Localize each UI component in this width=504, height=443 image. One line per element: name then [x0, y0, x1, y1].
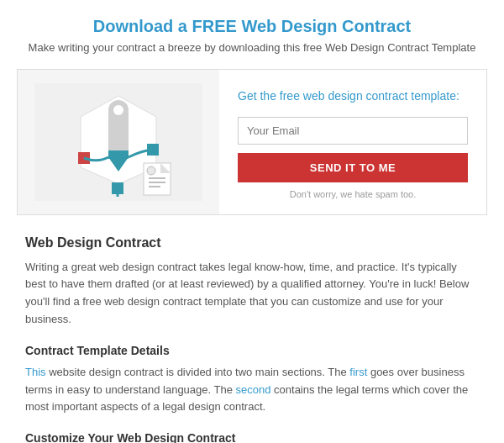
illustration-box [18, 70, 219, 214]
content-section: Web Design Contract Writing a great web … [17, 235, 487, 443]
main-section-title: Web Design Contract [25, 235, 479, 251]
top-section: Get the free web design contract templat… [17, 69, 487, 215]
details-section-title: Contract Template Details [25, 344, 479, 357]
main-section-body: Writing a great web design contract take… [25, 259, 479, 329]
send-button[interactable]: SEND IT TO ME [238, 153, 468, 182]
svg-point-6 [113, 105, 123, 115]
details-link-this[interactable]: This [25, 366, 46, 378]
email-input[interactable] [238, 117, 468, 145]
details-text-2: website design contract is divided into … [46, 366, 350, 378]
page-title: Download a FREE Web Design Contract [17, 17, 487, 36]
illustration-icon [34, 83, 202, 201]
svg-point-15 [147, 166, 155, 175]
email-form-box: Get the free web design contract templat… [219, 70, 486, 214]
form-heading: Get the free web design contract templat… [238, 88, 468, 105]
spam-note: Don't worry, we hate spam too. [238, 189, 468, 199]
details-link-second[interactable]: second [236, 383, 271, 396]
form-heading-link: the free web design contract template [260, 89, 455, 103]
details-link-first[interactable]: first [349, 366, 367, 378]
form-heading-plain: Get [238, 89, 260, 103]
form-heading-suffix: : [456, 89, 459, 103]
page-subtitle: Make writing your contract a breeze by d… [17, 41, 487, 54]
details-section-body: This website design contract is divided … [25, 364, 479, 416]
customize-section-title: Customize Your Web Design Contract [25, 431, 479, 443]
